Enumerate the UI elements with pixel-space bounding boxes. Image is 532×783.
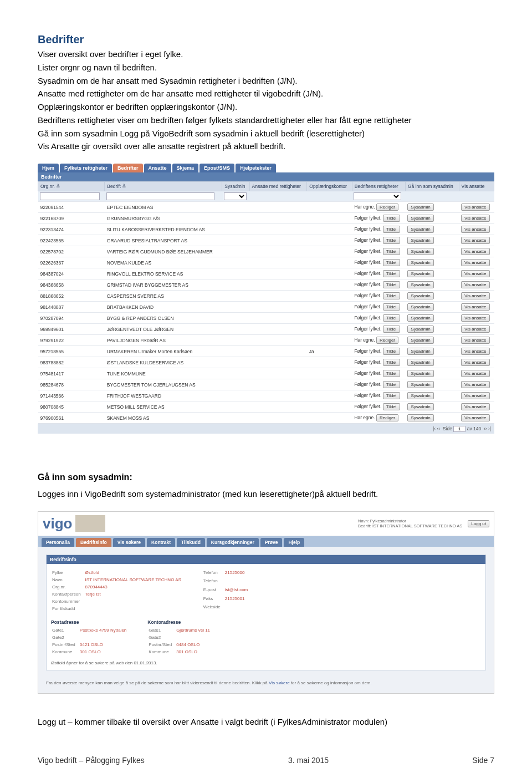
sysadmin-button[interactable]: Sysadmin <box>407 292 433 299</box>
tildel-button[interactable]: Tildel <box>383 248 400 255</box>
sysadmin-button[interactable]: Sysadmin <box>407 248 433 255</box>
vis-ansatte-button[interactable]: Vis ansatte <box>461 326 489 333</box>
column-header[interactable]: Bedrift ≜ <box>105 182 222 191</box>
tab2-prøve[interactable]: Prøve <box>260 538 283 547</box>
vis-ansatte-button[interactable]: Vis ansatte <box>461 270 489 277</box>
tildel-button[interactable]: Tildel <box>383 292 400 299</box>
tildel-button[interactable]: Tildel <box>383 303 400 311</box>
sysadmin-button[interactable]: Sysadmin <box>407 337 433 344</box>
sysadmin-button[interactable]: Sysadmin <box>407 314 433 322</box>
vis-ansatte-button[interactable]: Vis ansatte <box>461 403 489 410</box>
filter-input[interactable] <box>40 192 100 200</box>
tab2-hjelp[interactable]: Hjelp <box>284 538 304 547</box>
sysadmin-button[interactable]: Sysadmin <box>407 215 433 222</box>
tab-ansatte[interactable]: Ansatte <box>144 164 171 172</box>
tab-hjem[interactable]: Hjem <box>38 164 59 172</box>
column-header[interactable]: Opplæringskontor <box>307 182 352 191</box>
form-value: 21525000 <box>225 570 251 577</box>
sysadmin-button[interactable]: Sysadmin <box>407 237 433 244</box>
cell-orgnr: 979291922 <box>38 335 105 346</box>
vis-ansatte-button[interactable]: Vis ansatte <box>461 414 489 421</box>
vis-ansatte-button[interactable]: Vis ansatte <box>461 314 489 322</box>
sysadmin-button[interactable]: Sysadmin <box>407 226 433 233</box>
tildel-button[interactable]: Tildel <box>383 215 400 222</box>
tab-bedrifter[interactable]: Bedrifter <box>113 164 143 172</box>
sysadmin-button[interactable]: Sysadmin <box>407 370 433 377</box>
cell-orgnr: 922168709 <box>38 213 105 224</box>
filter-select[interactable] <box>354 192 401 200</box>
sysadmin-button[interactable]: Sysadmin <box>407 270 433 277</box>
tab-skjema[interactable]: Skjema <box>172 164 199 172</box>
vis-ansatte-button[interactable]: Vis ansatte <box>461 337 489 344</box>
column-header[interactable]: Sysadmin <box>222 182 249 191</box>
column-header[interactable]: Ansatte med rettigheter <box>249 182 307 191</box>
pager-arrows-left[interactable]: |‹ ‹‹ <box>433 426 440 431</box>
cell-bedrift: PAVILJONGEN FRISØR AS <box>105 335 222 346</box>
column-header[interactable]: Gå inn som sysadmin <box>405 182 459 191</box>
vis-ansatte-button[interactable]: Vis ansatte <box>461 204 489 211</box>
rediger-button[interactable]: Rediger <box>376 204 398 211</box>
filter-select[interactable] <box>224 192 247 200</box>
tildel-button[interactable]: Tildel <box>383 226 400 233</box>
vis-sokere-link[interactable]: Vis søkere <box>269 680 290 685</box>
vis-ansatte-button[interactable]: Vis ansatte <box>461 292 489 299</box>
vis-ansatte-button[interactable]: Vis ansatte <box>461 359 489 366</box>
column-header[interactable]: Bedriftens rettigheter <box>352 182 405 191</box>
logout-button[interactable]: Logg ut <box>468 520 489 527</box>
sysadmin-button[interactable]: Sysadmin <box>407 204 433 211</box>
vis-ansatte-button[interactable]: Vis ansatte <box>461 259 489 266</box>
tab2-bedriftsinfo[interactable]: Bedriftsinfo <box>76 538 111 547</box>
column-header[interactable]: Org.nr. ≜ <box>38 182 105 191</box>
vis-ansatte-button[interactable]: Vis ansatte <box>461 237 489 244</box>
tab2-kontrakt[interactable]: Kontrakt <box>147 538 175 547</box>
pager-page-input[interactable] <box>453 426 466 432</box>
vis-ansatte-button[interactable]: Vis ansatte <box>461 248 489 255</box>
sysadmin-button[interactable]: Sysadmin <box>407 403 433 410</box>
sysadmin-button[interactable]: Sysadmin <box>407 381 433 388</box>
tildel-button[interactable]: Tildel <box>383 314 400 322</box>
tab-fylkets-rettigheter[interactable]: Fylkets rettigheter <box>60 164 112 172</box>
vis-ansatte-button[interactable]: Vis ansatte <box>461 226 489 233</box>
sysadmin-button[interactable]: Sysadmin <box>407 348 433 355</box>
tab-hjelpetekster[interactable]: Hjelpetekster <box>236 164 276 172</box>
tildel-button[interactable]: Tildel <box>383 403 400 410</box>
tildel-button[interactable]: Tildel <box>383 348 400 355</box>
column-header[interactable]: Vis ansatte <box>459 182 494 191</box>
sysadmin-button[interactable]: Sysadmin <box>407 359 433 366</box>
tab2-personalia[interactable]: Personalia <box>42 538 74 547</box>
sysadmin-button[interactable]: Sysadmin <box>407 392 433 399</box>
tildel-button[interactable]: Tildel <box>383 381 400 388</box>
table-row: 922423555GRAARUD SPESIALTRANSPORT ASFølg… <box>38 235 494 246</box>
vis-ansatte-button[interactable]: Vis ansatte <box>461 392 489 399</box>
filter-input[interactable] <box>106 192 215 200</box>
vis-ansatte-button[interactable]: Vis ansatte <box>461 370 489 377</box>
vis-ansatte-button[interactable]: Vis ansatte <box>461 215 489 222</box>
rediger-button[interactable]: Rediger <box>376 414 398 421</box>
tab-epost-sms[interactable]: Epost/SMS <box>200 164 234 172</box>
tildel-button[interactable]: Tildel <box>383 270 400 277</box>
post-address: Gate1Postboks 4799 NydalenGate2Postnr/St… <box>51 626 131 656</box>
vigo-logo: vigo <box>43 515 105 532</box>
vis-ansatte-button[interactable]: Vis ansatte <box>461 348 489 355</box>
sysadmin-button[interactable]: Sysadmin <box>407 281 433 288</box>
tildel-button[interactable]: Tildel <box>383 259 400 266</box>
vis-ansatte-button[interactable]: Vis ansatte <box>461 303 489 311</box>
tildel-button[interactable]: Tildel <box>383 370 400 377</box>
pager-arrows-right[interactable]: ›› ›| <box>484 426 491 431</box>
tildel-button[interactable]: Tildel <box>383 326 400 333</box>
tab2-tilskudd[interactable]: Tilskudd <box>177 538 205 547</box>
sysadmin-button[interactable]: Sysadmin <box>407 259 433 266</box>
tildel-button[interactable]: Tildel <box>383 281 400 288</box>
sysadmin-button[interactable]: Sysadmin <box>407 414 433 421</box>
tab2-kursgodkjenninger[interactable]: Kursgodkjenninger <box>207 538 259 547</box>
sysadmin-button[interactable]: Sysadmin <box>407 303 433 311</box>
rediger-button[interactable]: Rediger <box>376 337 398 344</box>
tab2-vis-søkere[interactable]: Vis søkere <box>113 538 145 547</box>
cell-orgnr: 957218555 <box>38 346 105 357</box>
tildel-button[interactable]: Tildel <box>383 237 400 244</box>
vis-ansatte-button[interactable]: Vis ansatte <box>461 381 489 388</box>
tildel-button[interactable]: Tildel <box>383 392 400 399</box>
vis-ansatte-button[interactable]: Vis ansatte <box>461 281 489 288</box>
tildel-button[interactable]: Tildel <box>383 359 400 366</box>
sysadmin-button[interactable]: Sysadmin <box>407 326 433 333</box>
